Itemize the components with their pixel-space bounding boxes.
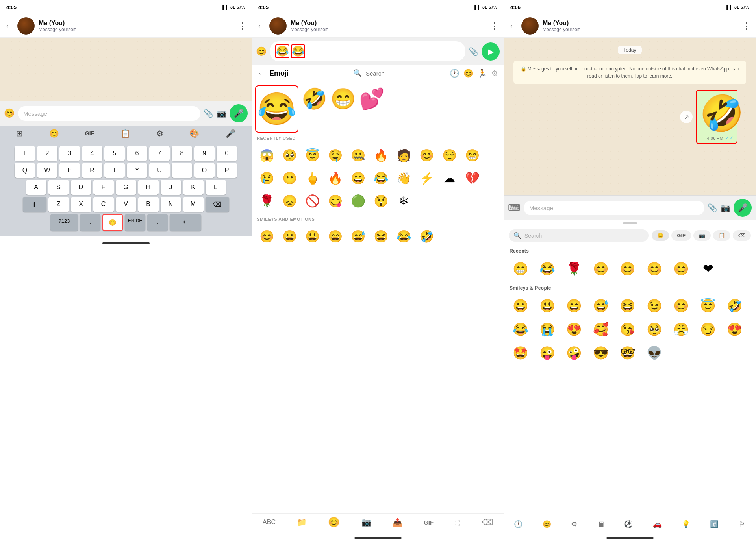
p3-smiley-1[interactable]: 😀	[507, 294, 534, 318]
recent-emoji-19[interactable]: ☁	[438, 166, 461, 189]
kb-settings-icon[interactable]: ⚙	[153, 127, 167, 140]
p3-recent-7[interactable]: 😊	[668, 257, 695, 281]
recent-emoji-9[interactable]: 😌	[438, 144, 461, 166]
p3-smiley-3[interactable]: 😄	[561, 294, 587, 318]
bottom-tab-text-emoji[interactable]: :-)	[455, 519, 460, 526]
key-c[interactable]: C	[93, 197, 114, 212]
settings-tab[interactable]: ⚙	[491, 68, 498, 78]
recent-emoji-14[interactable]: 🔥	[324, 166, 346, 189]
smiley-7[interactable]: 😂	[392, 225, 415, 248]
smiley-6[interactable]: 😆	[369, 225, 392, 248]
p3-smiley-19[interactable]: 🤩	[507, 341, 534, 365]
key-p[interactable]: P	[217, 163, 237, 178]
bottom-tab-emoji[interactable]: 😊	[328, 517, 340, 528]
p3-smiley-10[interactable]: 😂	[507, 318, 534, 341]
p3-smiley-14[interactable]: 😘	[614, 318, 641, 341]
p3-bottom-ball[interactable]: ⚽	[624, 520, 633, 528]
encrypted-notice[interactable]: 🔒 Messages to yourself are end-to-end en…	[513, 61, 746, 84]
recent-emoji-3[interactable]: 😇	[301, 144, 324, 166]
key-1[interactable]: 1	[15, 146, 35, 161]
key-r[interactable]: R	[82, 163, 102, 178]
p3-smiley-21[interactable]: 🤪	[561, 341, 587, 365]
p3-recent-5[interactable]: 😊	[614, 257, 641, 281]
attach-btn-2[interactable]: 📎	[469, 47, 478, 56]
key-i[interactable]: I	[172, 163, 192, 178]
key-n[interactable]: N	[161, 197, 181, 212]
key-l[interactable]: L	[206, 180, 226, 195]
emoji-back-btn[interactable]: ←	[258, 69, 265, 78]
key-4[interactable]: 4	[82, 146, 102, 161]
key-9[interactable]: 9	[194, 146, 215, 161]
send-button-2[interactable]: ▶	[482, 42, 500, 61]
recent-emoji-24[interactable]: 😋	[324, 189, 346, 212]
menu-button-1[interactable]: ⋮	[238, 21, 247, 31]
recent-emoji-25[interactable]: 🟢	[346, 189, 369, 212]
kb-sticker-icon[interactable]: 😊	[46, 127, 62, 140]
p3-smiley-16[interactable]: 😤	[668, 318, 695, 341]
recent-emoji-7[interactable]: 🧑	[392, 144, 415, 166]
p3-cat-gif[interactable]: GIF	[671, 230, 691, 241]
p3-bottom-hash[interactable]: #️⃣	[710, 520, 719, 528]
p3-smiley-4[interactable]: 😅	[587, 294, 614, 318]
bottom-tab-folder[interactable]: 📁	[297, 517, 307, 527]
key-emoji-highlighted[interactable]: 😊	[102, 214, 123, 231]
p3-smiley-8[interactable]: 😇	[695, 294, 721, 318]
key-o[interactable]: O	[194, 163, 215, 178]
smiley-1[interactable]: 😊	[255, 225, 278, 248]
kb-grid-icon[interactable]: ⊞	[13, 127, 26, 140]
p3-cat-emoji[interactable]: 😊	[652, 230, 669, 241]
key-t[interactable]: T	[104, 163, 125, 178]
recent-emoji-16[interactable]: 😂	[369, 166, 392, 189]
key-0[interactable]: 0	[217, 146, 237, 161]
key-sym[interactable]: ?123	[50, 214, 78, 231]
key-period[interactable]: .	[147, 214, 168, 231]
p3-bottom-face[interactable]: 😊	[543, 520, 551, 528]
key-u[interactable]: U	[149, 163, 170, 178]
attach-btn-3[interactable]: 📎	[708, 203, 717, 212]
p3-smiley-17[interactable]: 😏	[695, 318, 721, 341]
kb-mic-icon[interactable]: 🎤	[222, 127, 239, 140]
p3-bottom-gear[interactable]: ⚙	[571, 520, 577, 528]
back-button-2[interactable]: ←	[257, 21, 265, 31]
variant-3[interactable]: 💕	[358, 85, 386, 113]
key-d[interactable]: D	[71, 180, 91, 195]
back-button-1[interactable]: ←	[5, 21, 13, 31]
bottom-tab-gif[interactable]: GIF	[424, 519, 434, 526]
key-v[interactable]: V	[116, 197, 136, 212]
p3-bottom-screen[interactable]: 🖥	[597, 520, 604, 528]
smiley-2[interactable]: 😀	[278, 225, 301, 248]
bottom-tab-sticker[interactable]: 📷	[361, 517, 371, 527]
p3-bottom-car[interactable]: 🚗	[653, 520, 662, 528]
recent-emoji-27[interactable]: ❄	[392, 189, 415, 212]
key-backspace[interactable]: ⌫	[206, 197, 229, 212]
p3-smiley-11[interactable]: 😭	[534, 318, 561, 341]
key-enter[interactable]: ↵	[170, 214, 201, 231]
kb-clipboard-icon[interactable]: 📋	[117, 127, 133, 140]
key-8[interactable]: 8	[172, 146, 192, 161]
key-k[interactable]: K	[183, 180, 204, 195]
person-tab[interactable]: 🏃	[477, 68, 487, 78]
mic-button-1[interactable]: 🎤	[230, 104, 248, 122]
recent-emoji-6[interactable]: 🔥	[369, 144, 392, 166]
p3-smiley-20[interactable]: 😜	[534, 341, 561, 365]
p3-cat-backspace[interactable]: ⌫	[733, 230, 751, 241]
p3-smiley-6[interactable]: 😉	[641, 294, 668, 318]
key-s[interactable]: S	[48, 180, 69, 195]
recent-emoji-5[interactable]: 🤐	[346, 144, 369, 166]
smiley-3[interactable]: 😃	[301, 225, 324, 248]
recent-emoji-2[interactable]: 🥺	[278, 144, 301, 166]
variant-2[interactable]: 😁	[329, 85, 358, 113]
key-g[interactable]: G	[116, 180, 136, 195]
key-2[interactable]: 2	[37, 146, 57, 161]
key-comma[interactable]: ,	[80, 214, 100, 231]
emoji-btn-2[interactable]: 😊	[256, 46, 267, 57]
key-7[interactable]: 7	[149, 146, 170, 161]
recent-emoji-26[interactable]: 😲	[369, 189, 392, 212]
key-y[interactable]: Y	[127, 163, 147, 178]
key-e[interactable]: E	[59, 163, 80, 178]
p3-search-box[interactable]: 🔍 Search	[509, 229, 649, 242]
key-j[interactable]: J	[161, 180, 181, 195]
key-b[interactable]: B	[138, 197, 159, 212]
p3-smiley-22[interactable]: 😎	[587, 341, 614, 365]
key-z[interactable]: Z	[48, 197, 69, 212]
